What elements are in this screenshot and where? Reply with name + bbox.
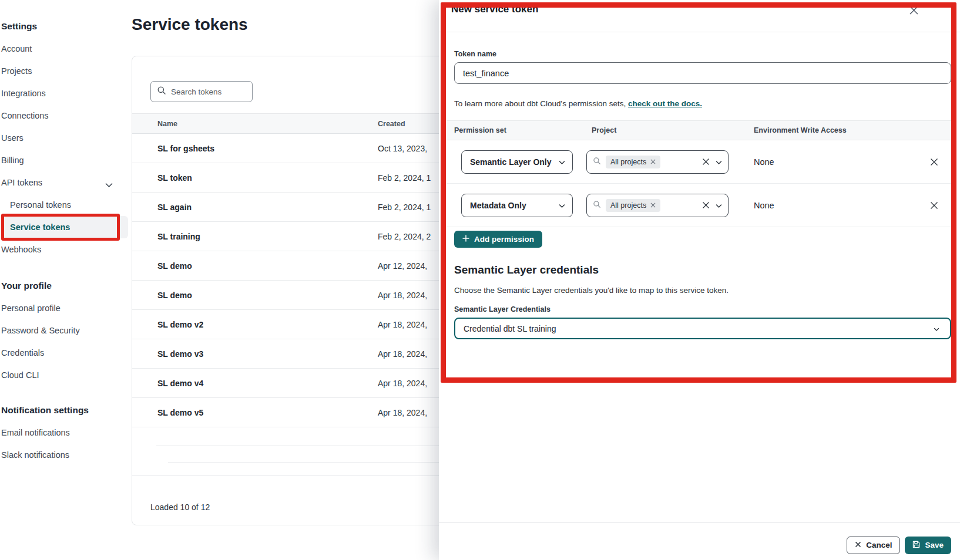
sidebar-item-connections[interactable]: Connections [0, 104, 130, 127]
sidebar-heading-your-profile: Your profile [0, 275, 130, 297]
plus-icon [462, 235, 469, 244]
permission-set-value: Metadata Only [470, 201, 526, 210]
token-name: SL for gsheets [132, 144, 378, 153]
save-icon [912, 541, 920, 550]
token-name: SL again [132, 203, 378, 212]
screen: Settings Account Projects Integrations C… [0, 0, 960, 560]
x-icon [855, 541, 861, 549]
docs-text: To learn more about dbt Cloud's permissi… [454, 99, 626, 108]
token-name-field[interactable] [454, 62, 951, 84]
docs-line: To learn more about dbt Cloud's permissi… [454, 99, 951, 108]
sidebar-item-projects[interactable]: Projects [0, 60, 130, 82]
semantic-layer-heading: Semantic Layer credentials [454, 264, 951, 276]
sidebar-item-service-tokens[interactable]: Service tokens [3, 216, 128, 238]
sidebar-item-webhooks[interactable]: Webhooks [0, 238, 130, 261]
chevron-down-icon [559, 201, 565, 210]
column-header-project: Project [586, 126, 739, 134]
token-name: SL demo v3 [132, 349, 378, 359]
permission-set-value: Semantic Layer Only [470, 157, 552, 167]
chevron-down-icon [934, 324, 939, 333]
sidebar-item-credentials[interactable]: Credentials [0, 342, 130, 364]
project-chip-label: All projects [610, 201, 646, 210]
chip-remove-icon[interactable] [650, 201, 656, 210]
project-chip: All projects [606, 199, 660, 212]
column-header-permission-set: Permission set [447, 126, 586, 134]
sidebar-item-label: API tokens [1, 178, 42, 187]
search-icon [593, 200, 601, 211]
sidebar-item-label: Service tokens [10, 222, 70, 232]
close-icon[interactable] [907, 4, 920, 16]
token-name: SL demo v5 [132, 408, 378, 417]
token-name: SL demo [132, 291, 378, 300]
credentials-select[interactable]: Credential dbt SL training [454, 318, 951, 339]
project-chip-label: All projects [610, 158, 646, 166]
credentials-value: Credential dbt SL training [464, 324, 556, 333]
permission-set-select[interactable]: Metadata Only [461, 194, 573, 217]
chip-remove-icon[interactable] [650, 158, 656, 166]
add-permission-button[interactable]: Add permission [454, 231, 542, 248]
env-write-access-value: None [739, 201, 912, 210]
drawer-body: Token name To learn more about dbt Cloud… [439, 50, 960, 339]
semantic-layer-description: Choose the Semantic Layer credentials yo… [454, 286, 951, 295]
chevron-down-icon [105, 180, 113, 185]
chevron-down-icon[interactable] [716, 157, 722, 167]
drawer-footer: Cancel Save [439, 522, 960, 560]
sidebar-heading-settings: Settings [0, 15, 130, 38]
row-delete-icon[interactable] [925, 153, 943, 171]
row-delete-icon[interactable] [925, 197, 943, 214]
project-multiselect[interactable]: All projects [586, 194, 729, 217]
sidebar-item-email-notifications[interactable]: Email notifications [0, 421, 130, 444]
sidebar-item-billing[interactable]: Billing [0, 149, 130, 171]
sidebar-item-slack-notifications[interactable]: Slack notifications [0, 444, 130, 466]
column-header-env-write: Environment Write Access [739, 126, 912, 134]
sidebar-item-api-tokens[interactable]: API tokens [0, 171, 113, 194]
permissions-table: Permission set Project Environment Write… [447, 120, 956, 227]
permission-set-select[interactable]: Semantic Layer Only [461, 150, 573, 174]
settings-sidebar: Settings Account Projects Integrations C… [0, 0, 130, 560]
search-icon [157, 86, 166, 97]
permission-row: Semantic Layer Only All pro [447, 140, 956, 184]
save-label: Save [925, 541, 944, 549]
sidebar-item-personal-profile[interactable]: Personal profile [0, 297, 130, 319]
token-name: SL training [132, 232, 378, 241]
sidebar-item-users[interactable]: Users [0, 127, 130, 149]
search-icon [593, 157, 601, 167]
sidebar-item-personal-tokens[interactable]: Personal tokens [0, 194, 130, 216]
env-write-access-value: None [739, 157, 912, 167]
sidebar-item-integrations[interactable]: Integrations [0, 82, 130, 104]
drawer-header: New service token [439, 0, 960, 32]
permission-row: Metadata Only All projects [447, 184, 956, 227]
add-permission-label: Add permission [474, 235, 534, 244]
chevron-down-icon [559, 157, 565, 167]
sidebar-item-password-security[interactable]: Password & Security [0, 319, 130, 342]
cancel-label: Cancel [866, 541, 892, 549]
clear-selection-icon[interactable] [702, 201, 710, 209]
project-multiselect[interactable]: All projects [586, 150, 729, 174]
token-name: SL token [132, 173, 378, 183]
drawer-title: New service token [451, 4, 538, 15]
token-name-label: Token name [454, 50, 951, 58]
search-input[interactable] [171, 87, 241, 96]
token-name: SL demo v2 [132, 320, 378, 329]
token-name: SL demo v4 [132, 379, 378, 388]
chevron-down-icon[interactable] [716, 200, 722, 211]
clear-selection-icon[interactable] [702, 158, 710, 166]
sidebar-item-cloud-cli[interactable]: Cloud CLI [0, 364, 130, 386]
permissions-table-header: Permission set Project Environment Write… [447, 120, 956, 140]
credentials-label: Semantic Layer Credentials [454, 305, 951, 313]
cancel-button[interactable]: Cancel [847, 537, 900, 554]
loaded-status: Loaded 10 of 12 [150, 502, 210, 512]
search-tokens-box [150, 81, 253, 102]
new-service-token-drawer: New service token Token name To learn mo… [439, 0, 960, 560]
project-chip: All projects [606, 156, 660, 168]
docs-link[interactable]: check out the docs. [628, 99, 702, 108]
sidebar-heading-notification-settings: Notification settings [0, 399, 130, 421]
column-header-name: Name [132, 120, 378, 128]
save-button[interactable]: Save [905, 537, 951, 554]
sidebar-item-account[interactable]: Account [0, 38, 130, 60]
token-name: SL demo [132, 261, 378, 271]
